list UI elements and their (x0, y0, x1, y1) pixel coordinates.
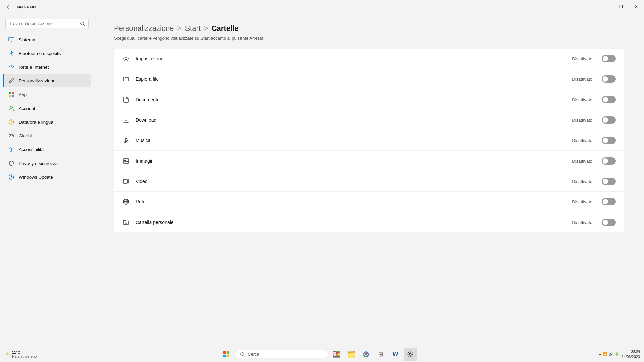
battery-icon[interactable]: 🔋 (615, 352, 620, 356)
svg-point-20 (11, 147, 12, 148)
toggle-musica[interactable] (602, 137, 616, 144)
taskbar-chrome[interactable] (359, 348, 373, 361)
taskbar-right: ∧ 📶 🔊 🔋 08:04 14/03/2023 (595, 349, 644, 359)
sidebar-item-label: Windows Update (19, 175, 53, 180)
taskbar-app1[interactable]: 🍱 (330, 348, 343, 361)
gear-setting-icon (122, 55, 130, 63)
minimize-button[interactable]: ─ (598, 0, 613, 13)
taskbar-edge[interactable]: ⊞ (374, 348, 387, 361)
svg-rect-10 (12, 95, 14, 97)
setting-status-documenti: Disattivato (572, 97, 592, 102)
settings-gear-icon (407, 351, 413, 357)
expand-tray-icon[interactable]: ∧ (599, 352, 601, 356)
toggle-download[interactable] (602, 116, 616, 124)
svg-rect-9 (9, 95, 11, 97)
toggle-documenti[interactable] (602, 96, 616, 103)
svg-point-11 (10, 106, 13, 109)
setting-row-download: Download Disattivato (114, 110, 624, 130)
maximize-button[interactable]: ❐ (613, 0, 629, 13)
svg-point-25 (124, 141, 126, 143)
svg-point-26 (127, 141, 128, 142)
account-icon (8, 105, 15, 112)
nav-items: Sistema Bluetooth e dispositivi Rete e I… (0, 33, 94, 184)
sidebar-item-sistema[interactable]: Sistema (3, 33, 91, 46)
setting-status-esplora_file: Disattivato (572, 77, 592, 82)
setting-row-video: Video Disattivato (114, 171, 624, 192)
taskbar-settings[interactable] (404, 348, 417, 361)
toggle-esplora_file[interactable] (602, 75, 616, 83)
sidebar-item-app[interactable]: App (3, 88, 91, 101)
toggle-immagini[interactable] (602, 157, 616, 165)
breadcrumb-sep2: > (204, 24, 208, 33)
sidebar-item-bluetooth[interactable]: Bluetooth e dispositivi (3, 47, 91, 60)
svg-line-41 (244, 355, 245, 356)
search-box[interactable] (5, 19, 89, 28)
weather-widget[interactable]: 🌤️ 11°C Parzial. sereno (3, 349, 39, 360)
setting-row-rete_folder: Rete Disattivato (114, 192, 624, 212)
clock-icon (8, 119, 15, 125)
svg-rect-27 (123, 159, 129, 163)
sidebar-item-label: Giochi (19, 133, 32, 138)
sidebar-item-accessibilita[interactable]: Accessibilità (3, 143, 91, 156)
svg-point-18 (12, 135, 13, 136)
monitor-icon (8, 36, 15, 43)
setting-status-download: Disattivato (572, 118, 592, 123)
folder-setting-icon (122, 75, 130, 83)
taskbar-search[interactable]: Cerca (234, 350, 328, 358)
setting-label-rete_folder: Rete (136, 199, 567, 204)
toggle-video[interactable] (602, 178, 616, 185)
taskbar-file-explorer[interactable]: 🗂️ (344, 348, 358, 361)
svg-rect-38 (223, 355, 226, 357)
windows_update-icon (8, 174, 15, 180)
back-icon[interactable] (5, 4, 11, 9)
toggle-cartella_personale[interactable] (602, 219, 616, 226)
weather-icon: 🌤️ (5, 352, 10, 356)
start-button[interactable] (220, 348, 233, 361)
sidebar-item-rete[interactable]: Rete e Internet (3, 60, 91, 74)
close-button[interactable]: ✕ (629, 0, 644, 13)
taskbar-word[interactable]: W (389, 348, 402, 361)
setting-status-impostazioni: Disattivato (572, 56, 592, 61)
search-input[interactable] (9, 21, 77, 26)
svg-point-45 (409, 353, 411, 355)
weather-info: 11°C Parzial. sereno (12, 350, 37, 358)
sidebar-item-windows_update[interactable]: Windows Update (3, 170, 91, 184)
image-setting-icon (122, 157, 130, 165)
sidebar-item-label: Personalizzazione (19, 78, 56, 83)
sidebar-item-data[interactable]: Data/ora e lingua (3, 115, 91, 129)
setting-row-esplora_file: Esplora file Disattivato (114, 69, 624, 89)
taskbar-left: 🌤️ 11°C Parzial. sereno (0, 349, 42, 360)
sidebar-item-label: Data/ora e lingua (19, 120, 53, 125)
sidebar-item-account[interactable]: Account (3, 102, 91, 115)
sidebar: Sistema Bluetooth e dispositivi Rete e I… (0, 13, 94, 362)
svg-rect-7 (9, 92, 11, 94)
breadcrumb: Personalizzazione > Start > Cartelle (114, 24, 624, 33)
volume-icon[interactable]: 🔊 (609, 352, 613, 356)
clock-time: 08:04 (622, 349, 640, 354)
sidebar-item-giochi[interactable]: Giochi (3, 129, 91, 142)
sidebar-item-label: Rete e Internet (19, 65, 49, 70)
sidebar-item-privacy[interactable]: Privacy e sicurezza (3, 157, 91, 170)
clock-date: 14/03/2023 (622, 354, 640, 359)
titlebar: Impostazioni ─ ❐ ✕ (0, 0, 644, 13)
toggle-impostazioni[interactable] (602, 55, 616, 62)
taskbar-center: Cerca 🍱 🗂️ (42, 348, 595, 361)
time-display[interactable]: 08:04 14/03/2023 (622, 349, 640, 359)
wifi-icon[interactable]: 📶 (603, 352, 607, 356)
sidebar-item-label: Account (19, 106, 35, 111)
apps-icon (8, 91, 15, 98)
setting-label-esplora_file: Esplora file (136, 76, 567, 82)
setting-status-video: Disattivato (572, 179, 592, 184)
svg-point-6 (11, 69, 12, 69)
setting-row-cartella_personale: Cartella personale Disattivato (114, 212, 624, 232)
sidebar-item-personalizzazione[interactable]: Personalizzazione (3, 74, 91, 87)
svg-rect-37 (227, 351, 229, 354)
download-setting-icon (122, 116, 130, 124)
toggle-rete_folder[interactable] (602, 198, 616, 205)
setting-label-documenti: Documenti (136, 97, 567, 102)
taskbar-search-icon (240, 352, 245, 357)
search-icon (80, 21, 85, 26)
breadcrumb-part2: Start (185, 24, 200, 33)
setting-status-immagini: Disattivato (572, 159, 592, 164)
setting-row-immagini: Immagini Disattivato (114, 151, 624, 171)
